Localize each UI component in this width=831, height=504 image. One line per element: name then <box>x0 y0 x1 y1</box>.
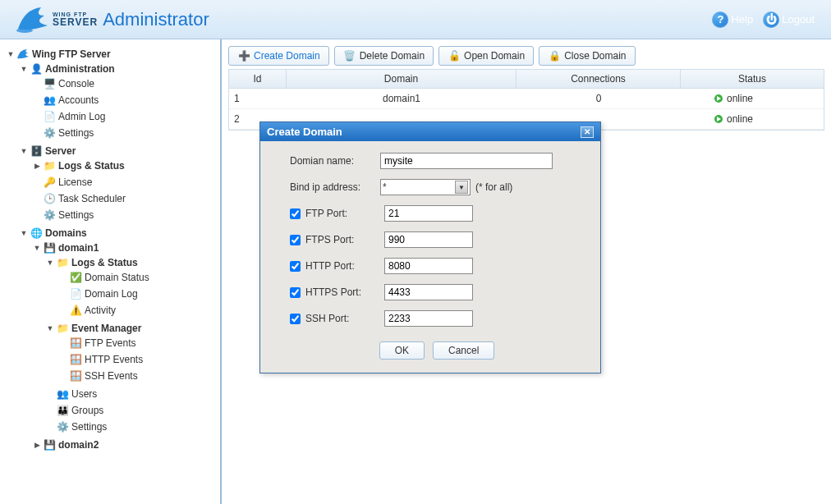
https-port-input[interactable] <box>384 284 473 300</box>
tree-domains[interactable]: ▼ 🌐 Domains <box>20 227 217 240</box>
cancel-button[interactable]: Cancel <box>433 341 494 360</box>
tree-console[interactable]: 🖥️Console <box>33 77 217 90</box>
tree-license-label: License <box>58 176 92 188</box>
chevron-down-icon: ▼ <box>46 324 54 332</box>
th-connections[interactable]: Connections <box>517 70 681 88</box>
ok-button[interactable]: OK <box>379 341 425 360</box>
table-row[interactable]: 1 domain1 0 online <box>229 89 824 109</box>
help-label: Help <box>731 13 753 25</box>
tree-domain2[interactable]: ▶ 💾 domain2 <box>33 438 217 451</box>
ftp-port-checkbox[interactable] <box>290 208 301 219</box>
tree-d1-settings[interactable]: ⚙️Settings <box>46 420 217 433</box>
add-icon: ➕ <box>237 49 250 62</box>
tree-admin-settings-label: Settings <box>58 127 94 139</box>
tree-admin-settings[interactable]: ⚙️Settings <box>33 126 217 140</box>
chevron-down-icon: ▼ <box>455 181 468 194</box>
gear-icon: ⚙️ <box>43 208 56 222</box>
gear-icon: ⚙️ <box>43 126 56 140</box>
create-domain-label: Create Domain <box>254 50 320 62</box>
open-domain-button[interactable]: 🔓Open Domain <box>438 46 534 66</box>
tree-domain1[interactable]: ▼ 💾 domain1 <box>33 241 217 254</box>
cell-domain: domain1 <box>287 90 517 107</box>
tree-server-logs-label: Logs & Status <box>58 160 125 172</box>
ftps-port-checkbox[interactable] <box>290 235 301 245</box>
tree-ssh-events-label: SSH Events <box>85 370 138 382</box>
bind-ip-hint: (* for all) <box>475 181 512 193</box>
th-status[interactable]: Status <box>681 70 824 88</box>
tree-server-settings-label: Settings <box>58 209 94 221</box>
window-icon: 🪟 <box>69 369 82 383</box>
window-icon: 🪟 <box>69 337 82 350</box>
tree-event-manager[interactable]: ▼📁Event Manager <box>46 322 217 335</box>
tree-ftp-events[interactable]: 🪟FTP Events <box>59 337 217 350</box>
http-port-input[interactable] <box>384 258 473 274</box>
logo-bottom-text: SERVER <box>53 17 98 27</box>
cell-id: 1 <box>229 90 287 107</box>
logout-button[interactable]: ⏻ Logout <box>763 11 815 28</box>
ftp-port-label: FTP Port: <box>305 208 384 219</box>
tree-groups[interactable]: 👪Groups <box>46 404 217 417</box>
sidebar: ▼ Wing FTP Server ▼ 👤 Administration 🖥️C… <box>0 39 222 504</box>
tree-http-events[interactable]: 🪟HTTP Events <box>59 353 217 366</box>
tree-accounts-label: Accounts <box>58 94 99 106</box>
th-id[interactable]: Id <box>229 70 287 88</box>
bind-ip-select[interactable]: * ▼ <box>380 179 471 195</box>
tree-console-label: Console <box>58 78 94 89</box>
ssh-port-checkbox[interactable] <box>290 314 301 324</box>
online-icon <box>714 114 723 124</box>
tree-task-scheduler[interactable]: 🕒Task Scheduler <box>33 192 217 205</box>
open-domain-label: Open Domain <box>464 50 525 62</box>
folder-icon: 📁 <box>56 322 69 335</box>
dialog-title-bar[interactable]: Create Domain ✕ <box>260 122 600 141</box>
domain-name-input[interactable] <box>380 153 553 169</box>
http-port-checkbox[interactable] <box>290 261 301 272</box>
online-icon <box>714 94 723 103</box>
activity-icon: ⚠️ <box>69 304 82 317</box>
log-icon: 📄 <box>43 110 56 123</box>
tree-root[interactable]: ▼ Wing FTP Server <box>7 48 217 61</box>
tree-d1-logs[interactable]: ▼📁Logs & Status <box>46 256 217 269</box>
tree-adminlog[interactable]: 📄Admin Log <box>33 110 217 123</box>
tree-http-events-label: HTTP Events <box>85 354 143 365</box>
chevron-down-icon: ▼ <box>46 259 54 267</box>
tree-server-label: Server <box>45 145 76 157</box>
chevron-down-icon: ▼ <box>33 244 41 252</box>
close-domain-label: Close Domain <box>564 50 626 62</box>
chevron-down-icon: ▼ <box>7 50 15 58</box>
window-icon: 🪟 <box>69 353 82 366</box>
tree-administration-label: Administration <box>45 63 115 75</box>
delete-icon: 🗑️ <box>343 49 356 62</box>
folder-icon: 📁 <box>56 256 69 269</box>
th-domain[interactable]: Domain <box>287 70 517 88</box>
tree-ftp-events-label: FTP Events <box>85 337 135 349</box>
tree-users[interactable]: 👥Users <box>46 387 217 401</box>
tree-license[interactable]: 🔑License <box>33 176 217 189</box>
delete-domain-button[interactable]: 🗑️Delete Domain <box>334 46 434 66</box>
tree-server-settings[interactable]: ⚙️Settings <box>33 208 217 222</box>
status-text: online <box>727 93 753 104</box>
tree-administration[interactable]: ▼ 👤 Administration <box>20 62 217 76</box>
ftp-port-input[interactable] <box>384 205 473 222</box>
tree-ssh-events[interactable]: 🪟SSH Events <box>59 369 217 383</box>
close-domain-button[interactable]: 🔒Close Domain <box>539 46 635 66</box>
gear-icon: ⚙️ <box>56 420 69 433</box>
console-icon: 🖥️ <box>43 77 56 90</box>
create-domain-button[interactable]: ➕Create Domain <box>228 46 329 66</box>
bind-ip-label: Bind ip address: <box>290 181 380 193</box>
tree-server-logs[interactable]: ▶📁Logs & Status <box>33 159 217 172</box>
ssh-port-input[interactable] <box>384 310 473 327</box>
help-button[interactable]: ? Help <box>712 11 753 28</box>
logout-icon: ⏻ <box>763 11 779 28</box>
ftps-port-input[interactable] <box>384 231 473 248</box>
tree-domain-log[interactable]: 📄Domain Log <box>59 287 217 300</box>
log-icon: 📄 <box>69 287 82 300</box>
tree-server[interactable]: ▼ 🗄️ Server <box>20 144 217 158</box>
chevron-right-icon: ▶ <box>33 441 41 449</box>
https-port-checkbox[interactable] <box>290 287 301 298</box>
page-title: Administrator <box>103 9 209 30</box>
tree-activity[interactable]: ⚠️Activity <box>59 304 217 317</box>
tree-accounts[interactable]: 👥Accounts <box>33 94 217 107</box>
dialog-close-button[interactable]: ✕ <box>581 126 594 138</box>
cell-status: online <box>681 90 824 107</box>
tree-domain-status[interactable]: ✅Domain Status <box>59 271 217 284</box>
